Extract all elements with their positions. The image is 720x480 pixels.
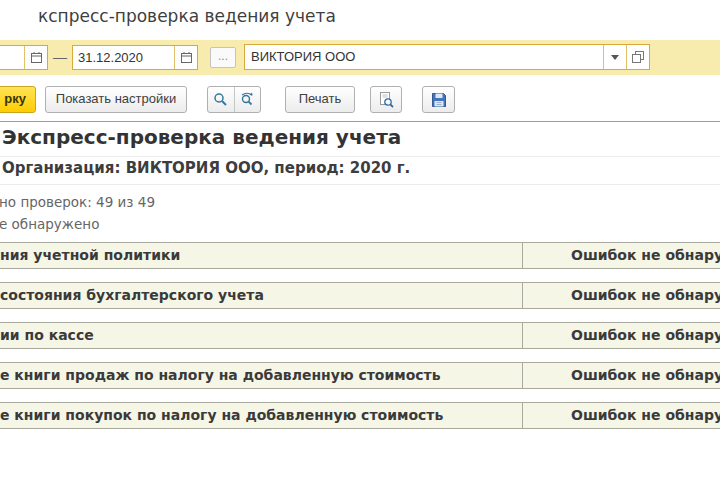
report-subtitle: Организация: ВИКТОРИЯ ООО, период: 2020 … (2, 159, 410, 177)
row-result-label: Ошибок не обнаруж (571, 283, 720, 308)
row-section-label: е книги продаж по налогу на добавленную … (0, 363, 441, 388)
date-to-calendar-button[interactable] (174, 46, 197, 69)
column-divider (522, 243, 523, 268)
column-divider (522, 363, 523, 388)
date-from-calendar-button[interactable] (24, 46, 47, 69)
row-result-label: Ошибок не обнаруж (571, 323, 720, 348)
column-divider (522, 323, 523, 348)
date-to-value[interactable]: 31.12.2020 (73, 46, 174, 69)
print-preview-button[interactable] (370, 86, 402, 113)
checks-count-line: но проверок: 49 из 49 (0, 194, 155, 210)
table-row[interactable]: е книги покупок по налогу на добавленную… (0, 402, 720, 429)
print-button[interactable]: Печать (285, 86, 355, 113)
preview-icon (378, 92, 394, 108)
table-row[interactable]: состояния бухгалтерского учета Ошибок не… (0, 282, 720, 309)
search-button-group (207, 86, 261, 113)
errors-summary-line: е обнаружено (0, 216, 99, 232)
report-title: Экспресс-проверка ведения учета (2, 125, 401, 149)
copy-icon (632, 51, 644, 63)
row-section-label: состояния бухгалтерского учета (0, 283, 264, 308)
table-row[interactable]: ии по кассе Ошибок не обнаруж (0, 322, 720, 349)
date-to-field[interactable]: 31.12.2020 (72, 45, 198, 70)
column-divider (522, 403, 523, 428)
save-icon (431, 92, 447, 108)
more-button[interactable]: ... (210, 47, 236, 68)
row-result-label: Ошибок не обнаруж (571, 243, 720, 268)
grid-line (0, 156, 720, 157)
filter-bar: — 31.12.2020 ... ВИКТОРИЯ ООО (0, 40, 720, 75)
table-row[interactable]: ния учетной политики Ошибок не обнаруж (0, 242, 720, 269)
search-button[interactable] (208, 87, 234, 112)
show-settings-button[interactable]: Показать настройки (45, 86, 187, 113)
organization-combobox[interactable]: ВИКТОРИЯ ООО (244, 44, 650, 70)
organization-value[interactable]: ВИКТОРИЯ ООО (245, 45, 603, 69)
row-result-label: Ошибок не обнаруж (571, 403, 720, 428)
window-title: кспресс-проверка ведения учета (38, 6, 336, 26)
date-from-value[interactable] (0, 46, 24, 69)
row-section-label: ии по кассе (0, 323, 94, 348)
row-section-label: ния учетной политики (0, 243, 180, 268)
run-check-button[interactable]: рку (0, 86, 36, 113)
express-check-window: кспресс-проверка ведения учета — 31.12.2… (0, 0, 720, 480)
table-row[interactable]: е книги продаж по налогу на добавленную … (0, 362, 720, 389)
calendar-icon (30, 51, 43, 64)
chevron-down-icon (611, 55, 619, 60)
row-result-label: Ошибок не обнаруж (571, 363, 720, 388)
date-from-field[interactable] (0, 45, 48, 70)
save-button[interactable] (422, 86, 455, 113)
search-next-icon (239, 92, 255, 107)
row-section-label: е книги покупок по налогу на добавленную… (0, 403, 443, 428)
calendar-icon (180, 51, 193, 64)
column-divider (522, 283, 523, 308)
search-next-button[interactable] (234, 87, 261, 112)
search-icon (213, 92, 228, 107)
organization-open-button[interactable] (626, 45, 649, 69)
organization-dropdown-button[interactable] (603, 45, 626, 69)
date-range-separator: — (52, 45, 68, 70)
grid-line (0, 184, 720, 185)
toolbar-separator (0, 121, 720, 122)
